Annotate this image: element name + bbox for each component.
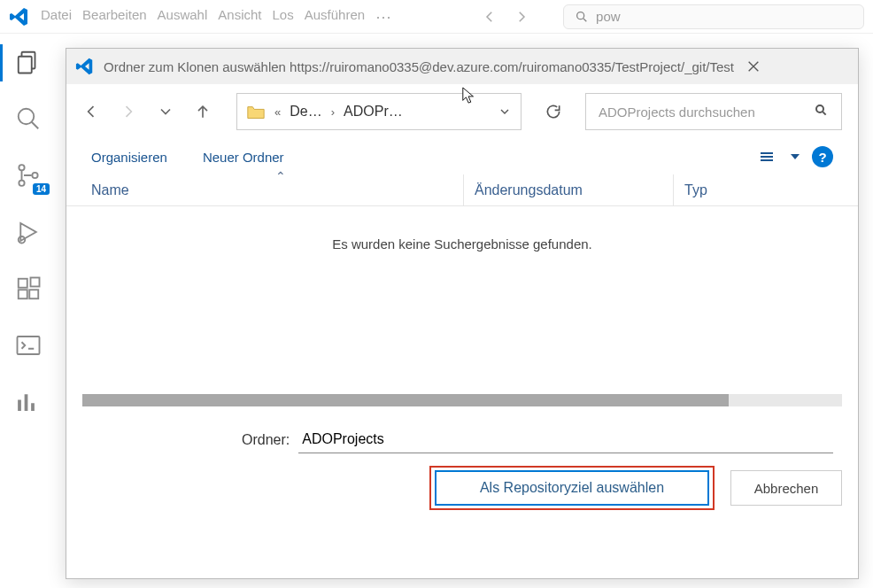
svg-point-6 [32, 173, 37, 178]
search-placeholder: ADOProjects durchsuchen [599, 104, 755, 120]
forward-icon[interactable] [120, 103, 137, 120]
menu-edit[interactable]: Bearbeiten [79, 5, 151, 28]
folder-picker-dialog: Ordner zum Klonen auswählen https://ruir… [66, 48, 859, 579]
svg-rect-8 [19, 279, 27, 288]
command-center-search[interactable]: pow [563, 4, 864, 29]
breadcrumb-overflow-icon[interactable]: « [274, 105, 281, 119]
scm-badge: 14 [33, 183, 50, 195]
breadcrumb-item[interactable]: De… [290, 104, 321, 120]
svg-point-0 [577, 12, 584, 19]
refresh-button[interactable] [536, 103, 571, 120]
dialog-titlebar: Ordner zum Klonen auswählen https://ruir… [66, 49, 858, 84]
help-button[interactable]: ? [812, 146, 833, 167]
column-type[interactable]: Typ [684, 182, 833, 198]
breadcrumb-bar[interactable]: « De… › ADOPr… [236, 93, 521, 130]
svg-point-13 [816, 105, 823, 112]
menu-more-icon[interactable]: ⋯ [372, 5, 395, 28]
dialog-toolbar: « De… › ADOPr… ADOProjects durchsuchen [66, 84, 858, 139]
highlight-frame: Als Repositoryziel auswählen [429, 466, 715, 510]
column-separator [673, 174, 674, 206]
organize-menu[interactable]: Organisieren [91, 150, 167, 165]
folder-name-input[interactable] [298, 426, 833, 453]
dialog-actions: Als Repositoryziel auswählen Abbrechen [66, 466, 858, 521]
activity-terminal[interactable] [12, 329, 44, 361]
chevron-right-icon: › [331, 105, 335, 119]
svg-point-4 [19, 165, 24, 170]
cancel-button[interactable]: Abbrechen [730, 470, 842, 506]
vscode-logo-icon [9, 6, 30, 27]
column-name[interactable]: Name [91, 182, 463, 198]
menu-selection[interactable]: Auswahl [154, 5, 212, 28]
title-bar: Datei Bearbeiten Auswahl Ansicht Los Aus… [0, 0, 873, 34]
vscode-logo-icon [75, 57, 95, 76]
view-dropdown-icon[interactable] [791, 154, 800, 159]
folder-search-input[interactable]: ADOProjects durchsuchen [585, 93, 842, 130]
activity-extensions[interactable] [12, 273, 44, 305]
menu-view[interactable]: Ansicht [214, 5, 265, 28]
svg-rect-10 [29, 290, 38, 298]
svg-rect-11 [31, 278, 40, 287]
close-button[interactable] [743, 56, 764, 77]
activity-debug[interactable] [12, 216, 44, 248]
activity-explorer[interactable] [12, 46, 44, 78]
column-headers: ⌃ Name Änderungsdatum Typ [66, 174, 858, 206]
empty-results: Es wurden keine Suchergebnisse gefunden. [66, 206, 858, 394]
command-bar: Organisieren Neuer Ordner ? [66, 139, 858, 174]
svg-rect-9 [19, 290, 27, 298]
folder-icon [246, 104, 266, 120]
menu-bar: Datei Bearbeiten Auswahl Ansicht Los Aus… [37, 5, 395, 28]
svg-rect-12 [18, 337, 40, 354]
nav-back-icon[interactable] [482, 9, 498, 25]
menu-run[interactable]: Ausführen [301, 5, 368, 28]
search-icon [575, 10, 589, 24]
breadcrumb-item[interactable]: ADOPr… [344, 104, 403, 120]
nav-forward-icon[interactable] [514, 9, 529, 25]
search-text: pow [596, 9, 621, 24]
activity-search[interactable] [12, 103, 44, 135]
dialog-title-text: Ordner zum Klonen auswählen https://ruir… [104, 59, 734, 74]
menu-file[interactable]: Datei [37, 5, 75, 28]
column-modified[interactable]: Änderungsdatum [475, 182, 673, 198]
horizontal-scrollbar[interactable] [82, 394, 842, 406]
chevron-down-icon[interactable] [157, 103, 174, 120]
activity-bar: 14 [0, 34, 57, 588]
menu-go[interactable]: Los [269, 5, 297, 28]
svg-rect-2 [19, 57, 32, 74]
back-icon[interactable] [82, 103, 100, 120]
select-repository-target-button[interactable]: Als Repositoryziel auswählen [435, 470, 709, 506]
sort-indicator-icon: ⌃ [275, 169, 286, 183]
view-mode-button[interactable] [761, 148, 778, 166]
new-folder-button[interactable]: Neuer Ordner [203, 150, 284, 165]
navigation-arrows [482, 9, 529, 25]
activity-powerbi[interactable] [12, 386, 44, 418]
column-separator [463, 174, 464, 206]
scrollbar-thumb[interactable] [82, 394, 729, 406]
folder-label: Ordner: [242, 432, 290, 448]
folder-name-row: Ordner: [66, 419, 858, 453]
activity-source-control[interactable]: 14 [12, 159, 44, 191]
chevron-down-icon[interactable] [498, 104, 512, 119]
up-icon[interactable] [194, 103, 212, 120]
svg-point-3 [19, 109, 35, 125]
svg-point-5 [19, 181, 24, 186]
search-icon[interactable] [815, 104, 829, 120]
